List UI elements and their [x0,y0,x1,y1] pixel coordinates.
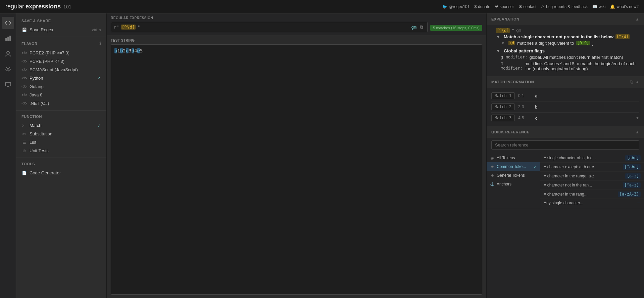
dollar-icon: $ [474,4,477,9]
match-expand-icon[interactable]: ▼ [636,116,639,120]
exp-collapse-icon[interactable]: ▼ [496,34,500,39]
qr-item-any[interactable]: Any single character... [540,199,644,207]
iconbar [0,13,16,298]
logo-regular: regular [5,3,24,10]
regex-prefix: r" [114,25,119,30]
exp-flags-collapse-icon[interactable]: ▼ [496,48,500,53]
qr-cat-common-tokens-label: Common Toke... [497,164,526,169]
qr-item-notabc-desc: A character except: a, b or c [544,165,620,169]
qr-cat-all-tokens[interactable]: ◉ All Tokens [487,154,540,162]
explanation-header[interactable]: EXPLANATION ▲ [487,13,644,25]
topbar-links: 🐦 @regex101 $ donate ❤ sponsor ✉ contact… [442,4,639,9]
quick-ref-section: QUICK REFERENCE ▲ ◉ All Tokens ★ C [487,126,644,209]
regex-copy-button[interactable]: ⧉ [418,24,425,31]
regex-input-row[interactable]: r" [^\d] " gm ⧉ [111,22,428,32]
save-shortcut: ctrl+s [92,28,101,32]
svg-rect-1 [7,37,9,41]
save-regex-item[interactable]: 💾 Save Regex ctrl+s [16,26,106,34]
settings-icon-btn[interactable] [2,63,14,75]
flavor-dotnet[interactable]: </> .NET (C#) [16,99,106,108]
user-icon-btn[interactable] [2,48,14,60]
save-regex-label: Save Regex [30,27,53,32]
tools-code-generator[interactable]: 📄 Code Generator [16,169,106,177]
share-match-icon[interactable]: ⎗ [630,80,633,84]
chart-icon [5,35,11,41]
exp-detail-line: ▼ \d matches a digit (equivalent to [0-9… [501,41,639,46]
qr-cat-general-tokens[interactable]: ⊕ General Tokens [487,171,540,180]
function-match[interactable]: >_ Match ✓ [16,121,106,130]
qr-item-range-azAZ-token: [a-zA-Z] [618,191,641,197]
community-icon-btn[interactable] [2,79,14,91]
exp-g-modifier-line: g modifier: global. All matches (don't r… [501,55,639,60]
match-1-range: 0-1 [518,93,532,98]
anchors-icon: ⚓ [490,182,495,186]
center-panel: REGULAR EXPRESSION r" [^\d] " gm ⧉ 5 mat… [107,13,486,298]
flavor-python[interactable]: </> Python ✓ [16,74,106,82]
sponsor-link[interactable]: ❤ sponsor [495,4,514,9]
quick-ref-header[interactable]: QUICK REFERENCE ▲ [487,126,644,138]
function-unit-tests[interactable]: ⊕ Unit Tests [16,146,106,155]
user-icon [5,51,11,57]
code-icon-btn[interactable] [2,17,14,29]
match-icon: >_ [21,123,27,128]
code-icon [5,20,11,26]
qr-items: A single character of: a, b o... [abc] A… [540,152,644,209]
teststring-label: TEST STRING [111,39,482,42]
code-tag-icon-4: </> [21,76,27,81]
function-substitution[interactable]: ✂ Substitution [16,130,106,138]
qr-cat-common-tokens[interactable]: ★ Common Toke... ✓ [487,162,540,171]
match-3-range: 4-5 [518,116,532,120]
code-gen-icon: 📄 [21,171,27,175]
save-icon: 💾 [21,28,27,32]
mail-icon: ✉ [519,4,522,9]
bugreports-link[interactable]: ⚠ bug reports & feedback [541,4,588,9]
flavor-pcre[interactable]: </> PCRE (PHP <7.3) [16,57,106,66]
sidebar: SAVE & SHARE 💾 Save Regex ctrl+s FLAVOR … [16,13,107,298]
right-panel: EXPLANATION ▲ " [^\d] " gm ▼ Match a sin… [486,13,644,298]
qr-item-range-azAZ-desc: A character in the rang... [544,192,615,197]
flavor-info-icon[interactable]: ℹ [99,41,101,46]
donate-link[interactable]: $ donate [474,4,490,9]
match-2-label: Match 2 [491,103,515,110]
qr-item-not-range-az-token: [^a-z] [623,182,641,188]
quick-ref-chevron-icon: ▲ [635,130,639,134]
exp-m-modifier-line: m modifier: multi line. Causes ^ and $ t… [501,61,639,71]
code-tag-icon-5: </> [21,84,27,89]
flavor-pcre2[interactable]: </> PCRE2 (PHP >=7.3) [16,49,106,57]
search-reference-input[interactable] [491,140,639,150]
svg-rect-2 [9,36,11,41]
ts-digit: 5 [140,48,143,53]
match-row-3: Match 3 4-5 c ▼ [491,113,639,123]
contact-link[interactable]: ✉ contact [519,4,537,9]
qr-item-abc[interactable]: A single character of: a, b o... [abc] [540,154,644,163]
flavor-golang[interactable]: </> Golang [16,82,106,91]
chart-icon-btn[interactable] [2,32,14,44]
teststring-box[interactable]: a1b2c3d4e5 [111,44,482,295]
match-2-range: 2-3 [518,104,532,109]
flavor-ecmascript[interactable]: </> ECMAScript (JavaScript) [16,66,106,74]
qr-item-notabc-token: [^abc] [623,164,641,170]
qr-item-not-range-az[interactable]: A character not in the ran... [^a-z] [540,181,644,190]
qr-item-range-az[interactable]: A character in the range: a-z [a-z] [540,172,644,181]
whatsnew-link[interactable]: 🔔 what's new? [610,4,639,9]
exp-global-flags-text: Global pattern flags [504,48,545,53]
common-tokens-check-icon: ✓ [534,165,537,169]
exp-g-modifier-text: global. All matches (don't return after … [529,55,623,60]
code-tag-icon-7: </> [21,101,27,106]
match-info-header[interactable]: MATCH INFORMATION ⎗ ▲ [487,76,644,88]
exp-close-paren: ) [592,41,594,46]
wiki-link[interactable]: 📖 wiki [592,4,605,9]
exp-token-header: [^\d] [496,28,510,33]
unit-tests-icon: ⊕ [21,148,27,153]
twitter-link[interactable]: 🐦 @regex101 [442,4,469,9]
qr-item-notabc[interactable]: A character except: a, b or c [^abc] [540,163,644,172]
qr-cat-anchors-label: Anchors [497,182,511,186]
flavor-java8[interactable]: </> Java 8 [16,91,106,99]
match-row-2: Match 2 2-3 b [491,101,639,113]
svg-point-3 [7,51,9,54]
function-list[interactable]: ☰ List [16,138,106,146]
qr-cat-anchors[interactable]: ⚓ Anchors [487,180,540,188]
qr-item-range-azAZ[interactable]: A character in the rang... [a-zA-Z] [540,190,644,199]
all-tokens-icon: ◉ [490,156,495,160]
exp-m-modifier-text: multi line. Causes ^ and $ to match the … [525,61,639,71]
